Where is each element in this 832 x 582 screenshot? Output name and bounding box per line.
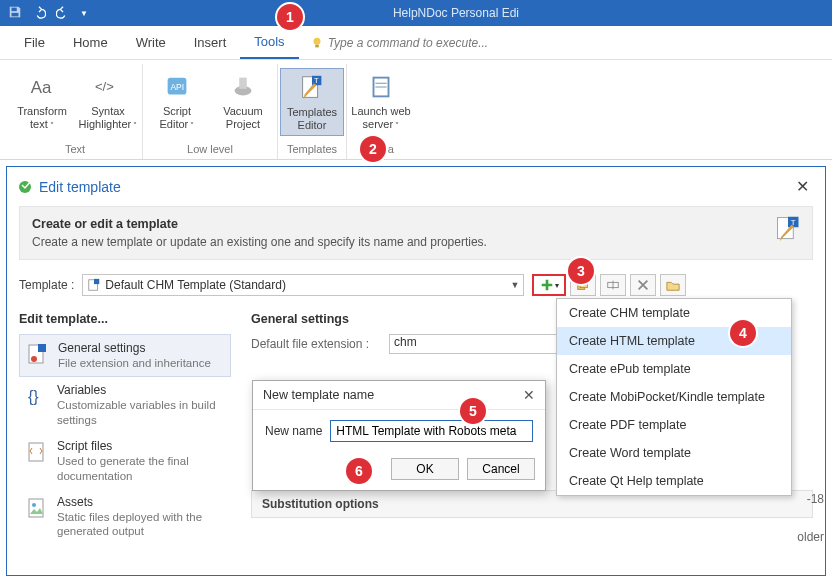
modal-close-button[interactable]: ✕ — [523, 387, 535, 403]
svg-point-2 — [313, 37, 320, 44]
tab-home[interactable]: Home — [59, 27, 122, 58]
svg-point-32 — [32, 503, 36, 507]
template-label: Template : — [19, 278, 74, 292]
dialog-title: Edit template — [39, 179, 121, 195]
svg-text:{}: {} — [28, 388, 39, 405]
vacuum-project-button[interactable]: VacuumProject — [211, 68, 275, 134]
annotation-2: 2 — [360, 136, 386, 162]
svg-rect-9 — [239, 78, 247, 89]
group-lowlevel-label: Low level — [187, 141, 233, 159]
cutoff-text-2: older — [797, 530, 824, 544]
bulb-icon — [310, 36, 324, 50]
dialog-icon — [17, 179, 33, 195]
annotation-4: 4 — [730, 320, 756, 346]
open-folder-button[interactable] — [660, 274, 686, 296]
create-template-menu: Create CHM template Create HTML template… — [556, 298, 792, 496]
annotation-1: 1 — [277, 4, 303, 30]
intro-desc: Create a new template or update an exist… — [32, 235, 800, 249]
script-editor-button[interactable]: API ScriptEditor ˅ — [145, 68, 209, 134]
menu-create-qt[interactable]: Create Qt Help template — [557, 467, 791, 495]
transform-text-button[interactable]: Aa Transformtext ˅ — [10, 68, 74, 134]
modal-label: New name — [265, 424, 322, 438]
template-combo[interactable]: Default CHM Template (Standard) ▼ — [82, 274, 524, 296]
svg-rect-0 — [12, 7, 17, 11]
delete-template-button[interactable] — [630, 274, 656, 296]
svg-point-28 — [31, 356, 37, 362]
template-doc-icon — [87, 278, 101, 292]
launch-web-server-button[interactable]: Launch webserver ˅ — [349, 68, 413, 134]
dialog-close-button[interactable]: ✕ — [790, 175, 815, 198]
menu-create-mobi[interactable]: Create MobiPocket/Kindle template — [557, 383, 791, 411]
menu-create-word[interactable]: Create Word template — [557, 439, 791, 467]
save-icon[interactable] — [8, 5, 22, 22]
svg-rect-31 — [29, 499, 43, 517]
command-placeholder: Type a command to execute... — [328, 36, 489, 50]
svg-text:Aa: Aa — [31, 78, 52, 97]
tree-script-files[interactable]: Script filesUsed to generate the final d… — [19, 433, 231, 489]
left-title: Edit template... — [19, 312, 231, 326]
intro-panel: Create or edit a template Create a new t… — [19, 206, 813, 260]
group-text-label: Text — [65, 141, 85, 159]
svg-rect-21 — [94, 279, 99, 284]
new-name-input[interactable] — [330, 420, 533, 442]
tree-assets[interactable]: AssetsStatic files deployed with the gen… — [19, 489, 231, 545]
svg-rect-27 — [38, 344, 46, 352]
qat-dropdown-icon[interactable]: ▼ — [80, 9, 88, 18]
redo-icon[interactable] — [56, 5, 70, 22]
tree-general-settings[interactable]: General settingsFile extension and inher… — [19, 334, 231, 377]
new-template-name-dialog: New template name ✕ New name OK Cancel — [252, 380, 546, 491]
menu-create-pdf[interactable]: Create PDF template — [557, 411, 791, 439]
command-search[interactable]: Type a command to execute... — [305, 33, 494, 53]
annotation-3: 3 — [568, 258, 594, 284]
app-title: HelpNDoc Personal Edi — [88, 6, 824, 20]
add-template-button[interactable]: ▾ — [532, 274, 566, 296]
ext-label: Default file extension : — [251, 337, 381, 351]
menu-create-chm[interactable]: Create CHM template — [557, 299, 791, 327]
title-bar: ▼ HelpNDoc Personal Edi — [0, 0, 832, 26]
undo-icon[interactable] — [32, 5, 46, 22]
tab-write[interactable]: Write — [122, 27, 180, 58]
svg-rect-1 — [12, 12, 19, 16]
svg-text:</>: </> — [95, 79, 114, 94]
tab-insert[interactable]: Insert — [180, 27, 241, 58]
template-edit-icon: T — [774, 215, 802, 246]
svg-rect-3 — [315, 44, 319, 47]
ribbon: Aa Transformtext ˅ </> SyntaxHighlighter… — [0, 60, 832, 160]
syntax-highlighter-button[interactable]: </> SyntaxHighlighter ˅ — [76, 68, 140, 134]
tree-variables[interactable]: {} VariablesCustomizable variables in bu… — [19, 377, 231, 433]
templates-editor-button[interactable]: T TemplatesEditor — [280, 68, 344, 136]
template-value: Default CHM Template (Standard) — [105, 278, 510, 292]
intro-title: Create or edit a template — [32, 217, 800, 231]
annotation-5: 5 — [460, 398, 486, 424]
rename-template-button[interactable] — [600, 274, 626, 296]
svg-text:API: API — [170, 82, 184, 92]
cutoff-text-1: -18 — [807, 492, 824, 506]
modal-title: New template name — [263, 388, 374, 402]
tab-tools[interactable]: Tools — [240, 26, 298, 59]
annotation-6: 6 — [346, 458, 372, 484]
cancel-button[interactable]: Cancel — [467, 458, 535, 480]
chevron-down-icon: ▼ — [510, 280, 519, 290]
tab-file[interactable]: File — [10, 27, 59, 58]
group-templates-label: Templates — [287, 141, 337, 159]
ok-button[interactable]: OK — [391, 458, 459, 480]
menu-create-epub[interactable]: Create ePub template — [557, 355, 791, 383]
ribbon-tabs: File Home Write Insert Tools Type a comm… — [0, 26, 832, 60]
